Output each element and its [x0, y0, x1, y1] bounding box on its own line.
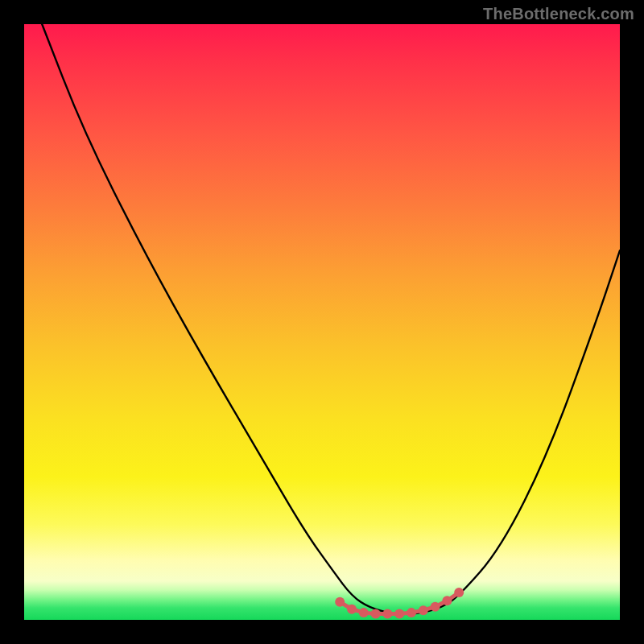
chart-frame: TheBottleneck.com [0, 0, 644, 644]
bottleneck-curve-svg [24, 24, 620, 620]
watermark-text: TheBottleneck.com [483, 5, 634, 23]
plot-area [24, 24, 620, 620]
bottleneck-curve [42, 24, 620, 614]
